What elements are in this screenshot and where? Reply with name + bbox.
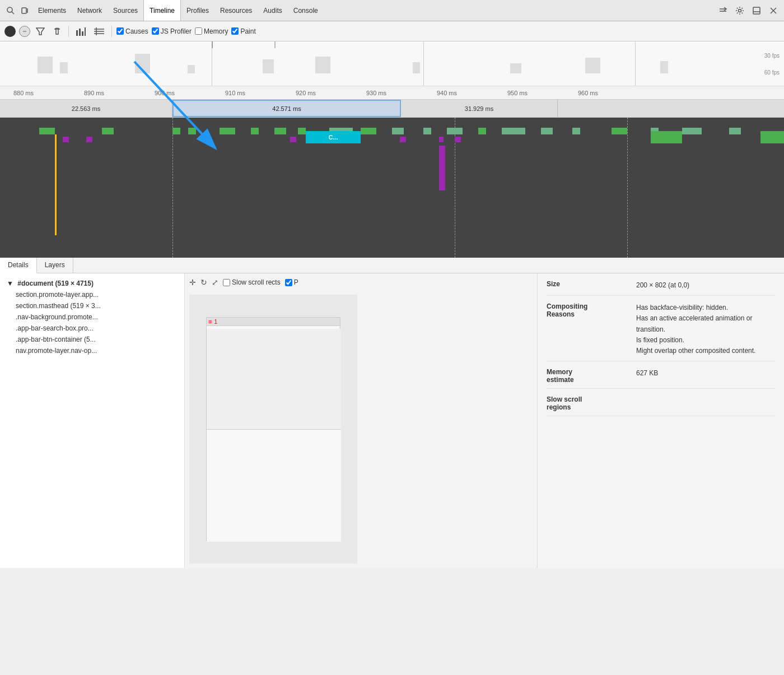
bottom-panel: Details Layers ▼ #document (519 × 4715) … [0,258,784,568]
menu-item-network[interactable]: Network [72,0,108,21]
menu-item-resources[interactable]: Resources [214,0,258,21]
info-row-size: Size 200 × 802 (at 0,0) [547,280,775,296]
layer-header-icon: ≡ [208,318,212,325]
expand-icon[interactable] [717,5,729,16]
toolbar: Causes JS Profiler Memory Paint [0,21,784,41]
tree-item-3[interactable]: .app-bar-search-box.pro... [0,323,184,334]
tab-layers[interactable]: Layers [37,258,73,273]
svg-rect-18 [82,31,83,36]
time-marker-930: 930 ms [366,90,386,96]
causes-checkbox-label[interactable]: Causes [116,27,148,35]
device-icon[interactable] [20,5,31,16]
fps-area[interactable]: 30 fps 60 fps [0,41,784,86]
size-value: 200 × 802 (at 0,0) [636,280,689,291]
js-profiler-checkbox-label[interactable]: JS Profiler [152,27,192,35]
time-marker-950: 950 ms [507,90,528,96]
svg-rect-7 [753,7,760,14]
tab-details[interactable]: Details [0,258,37,273]
info-row-slow-scroll: Slow scroll regions [547,395,775,416]
canvas-toolbar: ✛ ↻ ⤢ Slow scroll rects P [189,278,298,287]
settings-icon[interactable] [734,5,745,16]
timeline-content[interactable]: C... [0,118,784,258]
menu-item-elements[interactable]: Elements [32,0,72,21]
close-icon[interactable] [768,5,779,16]
panel-content: ▼ #document (519 × 4715) section.promote… [0,273,784,568]
move-icon[interactable]: ✛ [189,278,196,287]
p-checkbox[interactable] [285,279,292,286]
tree-item-0[interactable]: section.promote-layer.app... [0,289,184,300]
js-profiler-checkbox[interactable] [152,27,159,35]
layer-preview[interactable]: ≡ 1 [189,295,357,564]
time-marker-940: 940 ms [437,90,457,96]
menu-item-timeline[interactable]: Timeline [143,0,181,21]
menu-icons-right [716,5,781,16]
sel-bar-1[interactable]: 22.563 ms [0,100,172,117]
svg-marker-12 [36,28,44,35]
yellow-event-bar [55,134,57,235]
fps-60-label: 60 fps [764,69,780,76]
menu-item-audits[interactable]: Audits [258,0,287,21]
tree-item-2[interactable]: .nav-background.promote... [0,311,184,323]
svg-rect-19 [85,27,86,36]
canvas-panel: ✛ ↻ ⤢ Slow scroll rects P ≡ [185,273,538,568]
svg-point-6 [739,9,741,12]
slow-scroll-checkbox[interactable] [223,279,230,286]
event-block-c[interactable]: C... [306,131,361,143]
flame-chart-icon[interactable] [91,26,107,37]
svg-line-1 [12,12,14,14]
tree-item-1[interactable]: section.masthead (519 × 3... [0,300,184,311]
svg-rect-17 [79,29,81,36]
tree-item-5[interactable]: nav.promote-layer.nav-op... [0,345,184,356]
time-marker-920: 920 ms [296,90,316,96]
filter-button[interactable] [34,26,47,37]
time-marker-890: 890 ms [84,90,104,96]
memory-value: 627 KB [636,368,658,384]
fps-30-label: 30 fps [764,53,780,59]
p-checkbox-label[interactable]: P [285,278,298,286]
paint-checkbox-label[interactable]: Paint [231,27,255,35]
causes-checkbox[interactable] [116,27,124,35]
sel-bar-3[interactable]: 31.929 ms [401,100,558,117]
bar-chart-icon[interactable] [73,26,88,37]
tree-root[interactable]: ▼ #document (519 × 4715) [0,278,184,289]
sel-bar-2-selected[interactable]: 42.571 ms [172,100,401,117]
stop-button[interactable] [19,26,30,37]
paint-checkbox[interactable] [231,27,239,35]
clear-button[interactable] [50,26,64,37]
svg-rect-2 [22,8,26,13]
time-marker-910: 910 ms [225,90,245,96]
layer-header-number: 1 [214,319,217,325]
big-green-block-2[interactable] [760,131,784,143]
tree-item-4[interactable]: .app-bar-btn-container (5... [0,334,184,345]
slow-scroll-label[interactable]: Slow scroll rects [223,278,281,286]
menu-item-console[interactable]: Console [288,0,324,21]
time-ruler[interactable]: 880 ms 890 ms 900 ms 910 ms 920 ms 930 m… [0,86,784,100]
compositing-label: Compositing Reasons [547,302,636,356]
search-icon[interactable] [5,5,16,16]
purple-tall [439,146,445,190]
svg-point-0 [7,7,12,12]
info-row-memory: Memory estimate 627 KB [547,368,775,389]
svg-rect-16 [76,30,78,36]
memory-checkbox[interactable] [195,27,202,35]
compositing-reasons: Has backface-visibility: hidden. Has an … [636,302,775,356]
memory-checkbox-label[interactable]: Memory [195,27,228,35]
dock-icon[interactable] [751,5,762,16]
slow-scroll-regions-label: Slow scroll regions [547,395,636,411]
menu-item-sources[interactable]: Sources [108,0,143,21]
arrows-icon[interactable]: ⤢ [212,278,218,287]
panel-tabs: Details Layers [0,258,784,273]
time-marker-960: 960 ms [578,90,598,96]
record-button[interactable] [4,26,16,37]
menu-item-profiles[interactable]: Profiles [181,0,214,21]
size-label: Size [547,280,636,291]
selection-bars: 22.563 ms 42.571 ms 31.929 ms [0,100,784,118]
memory-label: Memory estimate [547,368,636,384]
info-row-compositing: Compositing Reasons Has backface-visibil… [547,302,775,361]
big-green-block[interactable] [651,131,682,143]
menu-bar: Elements Network Sources Timeline Profil… [0,0,784,21]
tree-panel: ▼ #document (519 × 4715) section.promote… [0,273,185,568]
time-marker-900: 900 ms [155,90,175,96]
info-panel: Size 200 × 802 (at 0,0) Compositing Reas… [538,273,784,568]
refresh-icon[interactable]: ↻ [200,278,207,287]
